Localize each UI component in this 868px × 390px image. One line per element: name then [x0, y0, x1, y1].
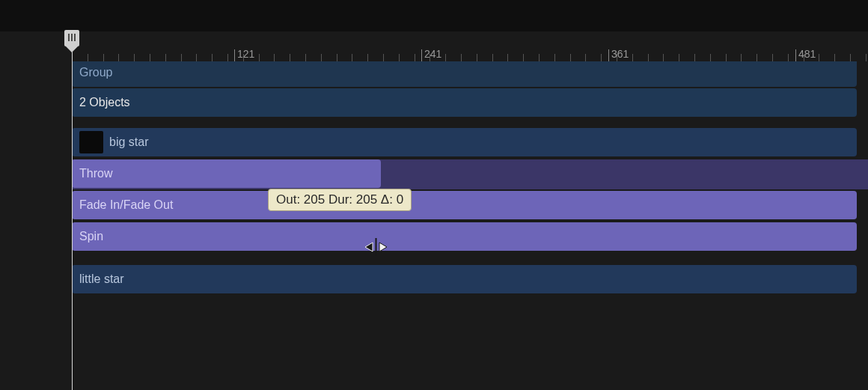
group-label: Group	[79, 66, 112, 79]
object-clip[interactable]: big star	[72, 128, 857, 156]
group-summary-label: 2 Objects	[79, 96, 130, 109]
behavior-clip[interactable]: Throw	[72, 159, 381, 188]
playhead-marker[interactable]	[64, 30, 79, 46]
clip-label: big star	[109, 135, 148, 149]
clip-label: Throw	[79, 167, 112, 180]
behavior-track: Spin	[72, 222, 857, 252]
group-track[interactable]: Group	[72, 58, 857, 87]
behavior-clip[interactable]: Fade In/Fade Out	[72, 191, 857, 219]
ruler-tick-label: 481	[798, 48, 816, 60]
title-bar	[0, 0, 868, 31]
behavior-track: Throw	[72, 159, 857, 189]
object-clip[interactable]: little star	[72, 265, 857, 293]
ruler-tick-label: 241	[424, 48, 441, 60]
clip-thumbnail	[79, 131, 103, 153]
behavior-track: Fade In/Fade Out	[72, 191, 857, 221]
ruler-tick-label: 121	[237, 48, 254, 60]
timeline-ruler[interactable]: 121241361481	[63, 31, 868, 61]
ruler-tick-label: 361	[611, 48, 629, 60]
clip-label: little star	[79, 272, 124, 286]
group-summary-track[interactable]: 2 Objects	[72, 88, 857, 117]
clip-label: Fade In/Fade Out	[79, 198, 173, 212]
clip-label: Spin	[79, 230, 103, 243]
behavior-clip[interactable]: Spin	[72, 222, 857, 251]
